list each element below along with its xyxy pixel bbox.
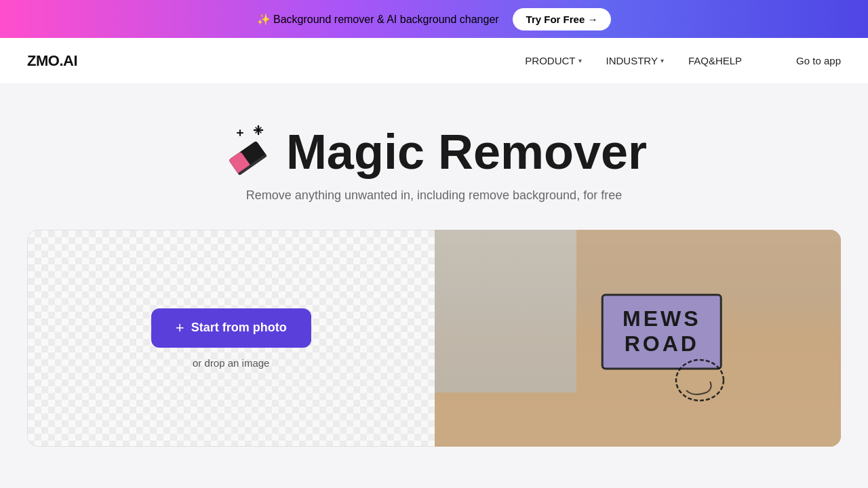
upload-controls: + Start from photo or drop an image (151, 308, 311, 369)
hero-title-area: Magic Remover (27, 125, 841, 179)
plus-icon: + (176, 319, 184, 337)
content-area: + Start from photo or drop an image MEWS… (27, 230, 841, 447)
start-button-label: Start from photo (191, 321, 287, 335)
scribble-overlay (673, 353, 727, 407)
navbar: ZMO.AI PRODUCT ▾ INDUSTRY ▾ FAQ&HELP Go … (0, 38, 868, 84)
nav-product[interactable]: PRODUCT ▾ (525, 55, 581, 66)
hero-subtitle: Remove anything unwanted in, including r… (27, 188, 841, 203)
logo[interactable]: ZMO.AI (27, 52, 77, 70)
nav-industry[interactable]: INDUSTRY ▾ (606, 55, 664, 66)
try-for-free-label: Try For Free → (526, 14, 598, 25)
go-to-app-button[interactable]: Go to app (796, 55, 841, 66)
street-scene-image: MEWS ROAD (435, 230, 842, 447)
nav-faq-link[interactable]: FAQ&HELP (688, 55, 742, 66)
upload-panel[interactable]: + Start from photo or drop an image (27, 230, 435, 447)
eraser-icon (221, 125, 275, 179)
start-from-photo-button[interactable]: + Start from photo (151, 308, 311, 348)
hero-section: Magic Remover Remove anything unwanted i… (27, 125, 841, 203)
nav-industry-link[interactable]: INDUSTRY ▾ (606, 55, 664, 66)
try-for-free-button[interactable]: Try For Free → (513, 8, 612, 30)
drop-image-text: or drop an image (193, 357, 269, 369)
top-banner: ✨ Background remover & AI background cha… (0, 0, 868, 38)
hero-heading: Magic Remover (286, 127, 647, 176)
preview-panel: MEWS ROAD (435, 230, 842, 447)
nav-faq[interactable]: FAQ&HELP (688, 55, 742, 66)
chevron-down-icon: ▾ (578, 57, 582, 64)
sign-text-mews: MEWS (623, 306, 701, 331)
banner-icon: ✨ (257, 14, 273, 25)
chevron-down-icon: ▾ (660, 57, 664, 64)
main-content: Magic Remover Remove anything unwanted i… (0, 84, 868, 488)
nav-links: PRODUCT ▾ INDUSTRY ▾ FAQ&HELP (525, 55, 742, 66)
building-background (435, 230, 577, 392)
banner-text: ✨ Background remover & AI background cha… (257, 13, 499, 26)
nav-product-link[interactable]: PRODUCT ▾ (525, 55, 581, 66)
